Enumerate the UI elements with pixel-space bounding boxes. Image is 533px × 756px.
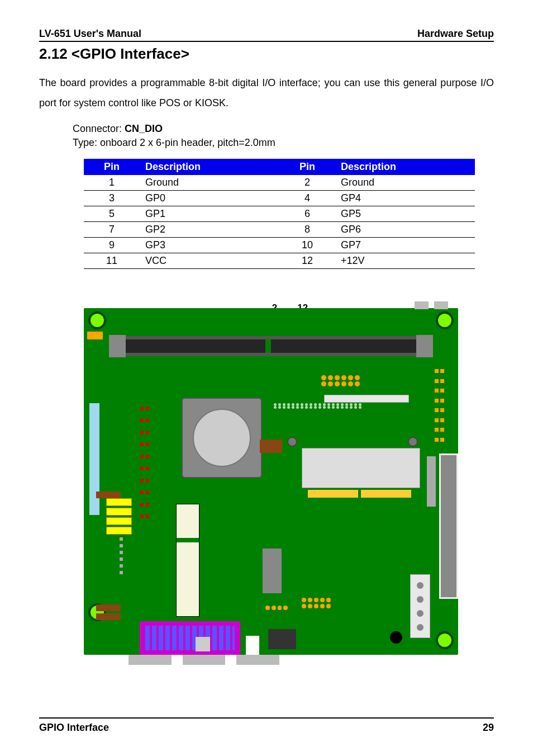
connector-icon bbox=[246, 636, 259, 655]
small-header-icon bbox=[302, 598, 341, 612]
header-left: LV-651 User's Manual bbox=[39, 28, 141, 40]
power-connector-icon bbox=[410, 574, 430, 638]
page-footer: GPIO Interface 29 bbox=[39, 717, 494, 734]
fan-header-icon bbox=[260, 440, 282, 453]
jumper-icon bbox=[96, 492, 121, 498]
table-row: 1 Ground 2 Ground bbox=[84, 175, 475, 191]
ide-header-icon bbox=[274, 403, 408, 419]
mounting-hole-icon bbox=[88, 311, 106, 329]
expansion-slot-icon bbox=[176, 504, 199, 617]
th-desc-1: Description bbox=[140, 159, 279, 175]
side-header-icon bbox=[432, 364, 454, 447]
header-right: Hardware Setup bbox=[417, 28, 494, 40]
th-pin-1: Pin bbox=[84, 159, 140, 175]
page-header: LV-651 User's Manual Hardware Setup bbox=[39, 28, 494, 42]
table-row: 3 GP0 4 GP4 bbox=[84, 191, 475, 206]
rear-io-block-icon bbox=[140, 621, 240, 655]
th-desc-2: Description bbox=[335, 159, 475, 175]
pinout-table: Pin Description Pin Description 1 Ground… bbox=[84, 159, 475, 269]
connector-name: CN_DIO bbox=[125, 123, 163, 134]
type-line: Type: onboard 2 x 6-pin header, pitch=2.… bbox=[73, 137, 494, 149]
pcb-diagram-area: 2 12 1 11 CN_DIO bbox=[84, 308, 494, 655]
top-connector-icon bbox=[415, 301, 448, 309]
pcb-board-icon bbox=[84, 308, 458, 655]
chipset-icon bbox=[302, 448, 420, 488]
dimm-slot-icon bbox=[109, 336, 433, 356]
connector-icon bbox=[196, 637, 210, 651]
th-pin-2: Pin bbox=[279, 159, 335, 175]
capacitor-icon bbox=[390, 631, 402, 644]
section-title: 2.12 <GPIO Interface> bbox=[39, 45, 494, 63]
connector-prefix: Connector: bbox=[73, 123, 125, 134]
table-row: 11 VCC 12 +12V bbox=[84, 253, 475, 269]
smd-icon bbox=[112, 537, 131, 604]
standoff-icon bbox=[287, 437, 297, 447]
connector-icon bbox=[324, 395, 409, 403]
jumper-icon bbox=[87, 332, 103, 339]
jumper-icon bbox=[96, 613, 121, 620]
mounting-hole-icon bbox=[436, 631, 454, 649]
table-row: 5 GP1 6 GP5 bbox=[84, 206, 475, 222]
edge-connector-icon bbox=[439, 453, 458, 599]
red-header-icon bbox=[140, 403, 154, 522]
connector-line: Connector: CN_DIO bbox=[73, 123, 494, 135]
cpu-heatsink-icon bbox=[182, 398, 262, 478]
intro-paragraph: The board provides a programmable 8-bit … bbox=[39, 73, 494, 113]
footer-left: GPIO Interface bbox=[39, 722, 109, 734]
cn-dio-header-on-board-icon bbox=[321, 375, 372, 391]
table-row: 9 GP3 10 GP7 bbox=[84, 238, 475, 253]
yellow-jumpers-icon bbox=[106, 498, 131, 537]
jumper-icon bbox=[96, 604, 121, 611]
footer-page-number: 29 bbox=[483, 722, 494, 734]
small-header-icon bbox=[265, 603, 288, 612]
bottom-ports-icon bbox=[129, 655, 279, 665]
front-panel-header-icon bbox=[89, 403, 99, 515]
connector-icon bbox=[263, 549, 282, 593]
connector-icon bbox=[427, 456, 436, 507]
standoff-icon bbox=[408, 437, 418, 447]
mounting-hole-icon bbox=[436, 311, 454, 329]
table-row: 7 GP2 8 GP6 bbox=[84, 222, 475, 238]
connector-icon bbox=[268, 629, 296, 649]
